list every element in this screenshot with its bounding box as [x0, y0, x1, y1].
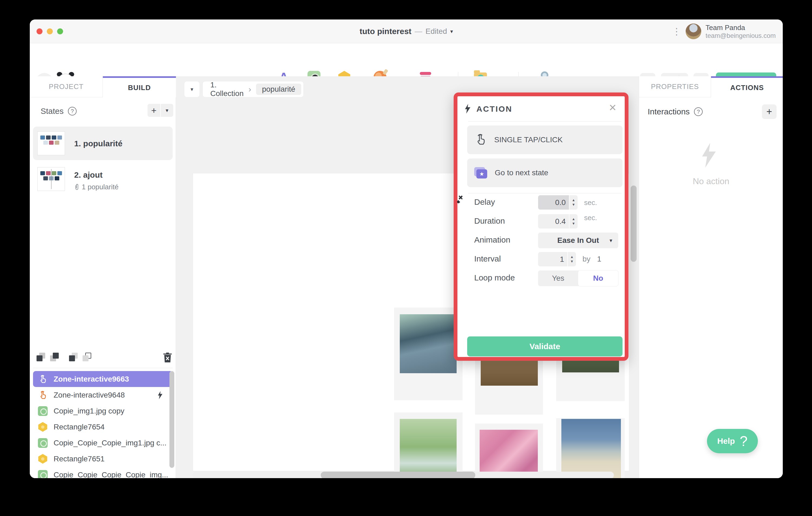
state-thumbnail: [37, 167, 65, 191]
dialog-title: ACTION: [476, 104, 512, 114]
canvas-vscrollbar-thumb[interactable]: [631, 185, 637, 262]
interval-label: Interval: [474, 254, 501, 264]
bring-forward-icon[interactable]: [50, 353, 60, 362]
interval-by-label: by: [582, 255, 590, 264]
interactions-header: Interactions ?: [648, 107, 703, 116]
photo-flowers-shoes: [480, 430, 538, 478]
shape-layer-icon: [38, 422, 48, 432]
avatar[interactable]: [686, 24, 701, 39]
action-row[interactable]: ★ Go to next state: [467, 158, 622, 187]
user-cluster: ⋮ Team Panda team@beingenious.com: [672, 20, 776, 43]
layer-row[interactable]: Rectangle7651: [30, 451, 176, 467]
divider: [468, 193, 621, 193]
trigger-row[interactable]: SINGLE TAP/CLICK: [467, 125, 622, 154]
delay-unit: sec.: [584, 199, 597, 207]
canvas-hscrollbar-track[interactable]: [193, 472, 614, 478]
left-panel: PROJECT BUILD States ? + ▾ 1. popularité…: [30, 76, 176, 478]
state-item-ajout[interactable]: 2. ajout 1 popularité: [33, 162, 173, 196]
help-button[interactable]: Help ?: [707, 429, 758, 453]
single-tap-icon: [474, 133, 487, 147]
states-header: States ?: [40, 107, 77, 116]
tap-zone-icon: [38, 374, 48, 384]
interactions-title: Interactions: [648, 107, 690, 116]
layer-row[interactable]: Rectangle7654: [30, 419, 176, 435]
layer-row[interactable]: Copie_Copie_Copie_img1.jpg c...: [30, 435, 176, 451]
right-panel: PROPERTIES ACTIONS Interactions ? + No a…: [639, 76, 783, 478]
tab-build[interactable]: BUILD: [103, 76, 176, 97]
breadcrumb-chevron-icon: ›: [249, 85, 251, 94]
photo-beach-sailboats: [561, 419, 621, 478]
loop-mode-toggle: Yes No: [538, 270, 618, 286]
state-item-popularite[interactable]: 1. popularité: [33, 127, 173, 160]
state-link[interactable]: 1 popularité: [74, 183, 119, 191]
loop-no-option[interactable]: No: [578, 270, 618, 286]
interval-by-value: 1: [597, 255, 602, 264]
states-help-icon[interactable]: ?: [68, 107, 77, 116]
photo-lake-girl: [400, 314, 457, 373]
animation-select[interactable]: Ease In Out ▾: [538, 233, 618, 248]
user-email: team@beingenious.com: [706, 32, 776, 39]
interval-input[interactable]: 1: [538, 252, 567, 266]
close-icon[interactable]: ×: [609, 101, 616, 114]
go-next-state-icon: ★: [474, 167, 487, 179]
action-badge-icon: [157, 391, 163, 399]
duration-label: Duration: [474, 216, 505, 225]
photo-trees-girl: [400, 419, 457, 478]
state-options-dropdown[interactable]: ▾: [161, 104, 173, 117]
duration-input[interactable]: 0.4: [538, 214, 569, 229]
screen: tuto pinterest — Edited ▾ ⋮ Team Panda t…: [0, 0, 812, 516]
tab-actions[interactable]: ACTIONS: [711, 76, 783, 97]
shape-layer-icon: [38, 454, 48, 464]
tap-zone-icon: [38, 390, 48, 400]
state-thumbnail: [37, 131, 65, 155]
layer-row[interactable]: Zone-interactive9648: [30, 387, 176, 403]
layer-row[interactable]: Copie_img1.jpg copy: [30, 403, 176, 419]
layer-row[interactable]: Zone-interactive9663: [33, 371, 173, 387]
validate-button[interactable]: Validate: [467, 336, 622, 357]
link-icon: [74, 184, 80, 191]
interactions-help-icon[interactable]: ?: [694, 108, 703, 116]
overflow-menu-icon[interactable]: ⋮: [672, 27, 681, 36]
no-action-label: No action: [639, 176, 783, 186]
window-title: tuto pinterest — Edited ▾: [30, 20, 783, 43]
divider: [468, 121, 621, 121]
edited-dropdown-icon[interactable]: ▾: [451, 28, 453, 35]
breadcrumb-current[interactable]: popularité: [256, 84, 301, 95]
select-caret-icon: ▾: [610, 237, 612, 244]
canvas-hscrollbar-thumb[interactable]: [321, 472, 475, 478]
action-bolt-icon: [464, 104, 471, 114]
loop-yes-option[interactable]: Yes: [538, 270, 578, 286]
send-backward-icon[interactable]: [36, 353, 46, 362]
states-title: States: [40, 107, 64, 116]
layer-list-scrollbar[interactable]: [169, 371, 174, 468]
image-layer-icon: [38, 406, 48, 416]
bring-to-front-icon[interactable]: [83, 353, 92, 362]
add-interaction-button[interactable]: +: [762, 104, 777, 119]
send-to-back-icon[interactable]: [69, 353, 79, 362]
delay-input[interactable]: 0.0: [538, 195, 569, 210]
state-label: 2. ajout: [74, 171, 103, 180]
tab-project[interactable]: PROJECT: [30, 76, 103, 97]
title-separator: —: [415, 27, 422, 36]
breadcrumb-root[interactable]: 1. Collection: [210, 81, 243, 98]
image-layer-icon: [38, 470, 48, 478]
user-name: Team Panda: [706, 24, 776, 32]
duration-unit: sec.: [584, 214, 597, 222]
edited-label[interactable]: Edited: [426, 27, 447, 36]
breadcrumb-dropdown-button[interactable]: ▾: [184, 81, 200, 97]
duration-stepper[interactable]: ▲▼: [569, 214, 578, 229]
tab-properties[interactable]: PROPERTIES: [639, 76, 711, 97]
divider: [33, 368, 173, 368]
add-state-button[interactable]: +: [147, 104, 160, 117]
breadcrumb: 1. Collection › popularité: [202, 81, 304, 97]
toolbar: pandasuite v3.1.75-pre A Text Images Sha…: [30, 43, 783, 76]
delete-layer-button[interactable]: [163, 352, 173, 363]
delay-stepper[interactable]: ▲▼: [569, 195, 578, 210]
interval-stepper[interactable]: ▲▼: [567, 252, 576, 266]
state-label: 1. popularité: [74, 139, 122, 148]
no-action-bolt-icon: [700, 139, 717, 172]
titlebar: tuto pinterest — Edited ▾ ⋮ Team Panda t…: [30, 20, 783, 43]
image-layer-icon: [38, 438, 48, 448]
loop-mode-label: Loop mode: [474, 273, 515, 282]
layer-row[interactable]: Copie_Copie_Copie_Copie_img...: [30, 467, 176, 478]
